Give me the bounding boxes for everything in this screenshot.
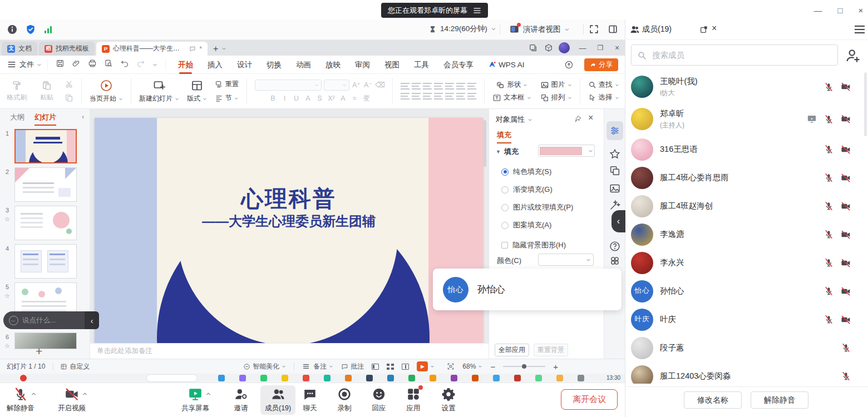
image2-strip-icon[interactable] bbox=[609, 182, 621, 195]
wps-restore-button[interactable]: ❐ bbox=[592, 41, 609, 54]
decrease-font-icon[interactable]: A⁻ bbox=[363, 81, 373, 89]
quick-actions-more[interactable] bbox=[152, 59, 157, 70]
star-strip-icon[interactable] bbox=[609, 148, 621, 160]
play-from-page-button[interactable]: 当页开始 bbox=[90, 79, 123, 103]
paragraph-tool-icon[interactable] bbox=[445, 83, 454, 90]
paragraph-tool-icon[interactable] bbox=[423, 93, 432, 100]
slide-subtitle[interactable]: ——大学生心理委员新生团辅 bbox=[95, 212, 483, 230]
cam-muted-icon[interactable] bbox=[841, 82, 851, 92]
ribbon-tab-WPS AI[interactable]: WPS AI bbox=[488, 56, 525, 74]
toolbar-reaction-button[interactable]: 回应 bbox=[372, 387, 386, 413]
font-size-select[interactable] bbox=[324, 80, 349, 91]
cam-muted-icon[interactable] bbox=[841, 145, 851, 155]
window-close-button[interactable]: × bbox=[852, 3, 868, 17]
ribbon-tab-插入[interactable]: 插入 bbox=[208, 56, 223, 74]
chat-collapse-button[interactable]: ‹ bbox=[85, 311, 99, 329]
unmute-all-button[interactable]: 解除静音 bbox=[751, 391, 808, 409]
member-row[interactable]: 316王思语 bbox=[625, 135, 868, 163]
taskbar-app-icon[interactable] bbox=[408, 375, 415, 381]
paragraph-tool-icon[interactable] bbox=[412, 93, 421, 100]
wand-strip-icon[interactable] bbox=[609, 199, 621, 211]
canvas-scrollbar[interactable] bbox=[483, 120, 486, 167]
slide-thumbnail-3[interactable]: 3☆ bbox=[0, 206, 90, 240]
ribbon-tab-开始[interactable]: 开始 bbox=[178, 56, 193, 74]
tab-list-icon[interactable] bbox=[529, 43, 537, 52]
paragraph-tool-icon[interactable] bbox=[412, 83, 421, 90]
chev-up-icon[interactable] bbox=[82, 391, 88, 397]
mic-muted-icon[interactable] bbox=[841, 371, 851, 381]
fill-option-radio[interactable]: 图案填充(A) bbox=[501, 220, 551, 230]
cam-muted-icon[interactable] bbox=[841, 114, 851, 124]
mic-muted-icon[interactable] bbox=[824, 145, 834, 154]
paragraph-tool-icon[interactable] bbox=[467, 93, 476, 100]
shapes-button[interactable]: 形状 bbox=[496, 80, 527, 90]
clip-button[interactable] bbox=[72, 59, 81, 70]
slide-thumbnail-6[interactable]: 6☆ bbox=[0, 332, 90, 350]
ribbon-tab-放映[interactable]: 放映 bbox=[326, 56, 341, 74]
wps-tab-2[interactable]: 稻找稻壳模板 bbox=[39, 42, 95, 56]
leave-meeting-button[interactable]: 离开会议 bbox=[561, 389, 618, 410]
mic-muted-icon[interactable] bbox=[841, 343, 851, 353]
chevron-down-icon[interactable] bbox=[527, 117, 532, 122]
ribbon-tab-设计[interactable]: 设计 bbox=[237, 56, 252, 74]
tab-slides[interactable]: 幻灯片 bbox=[34, 112, 56, 126]
new-slide-button[interactable]: 新建幻灯片 bbox=[139, 79, 179, 103]
member-row[interactable]: 服工12403心委闵淼 bbox=[625, 362, 868, 384]
taskbar-app-icon[interactable] bbox=[387, 375, 394, 381]
paragraph-tool-icon[interactable] bbox=[401, 93, 410, 100]
fullscreen-button[interactable] bbox=[589, 24, 599, 34]
new-tab-button[interactable]: + bbox=[213, 42, 226, 56]
member-list-scrollbar[interactable] bbox=[864, 72, 867, 136]
comments-button[interactable]: 批注 bbox=[341, 362, 364, 371]
color-dropdown[interactable] bbox=[538, 254, 594, 266]
toolbar-cam-muted-button[interactable]: 开启视频 bbox=[58, 387, 86, 413]
add-person-icon[interactable] bbox=[845, 47, 861, 64]
wps-minimize-button[interactable]: — bbox=[574, 41, 591, 54]
font-style-icon[interactable]: X² bbox=[327, 95, 336, 102]
paragraph-tool-icon[interactable] bbox=[423, 83, 432, 90]
cam-muted-icon[interactable] bbox=[841, 173, 851, 183]
cam-muted-icon[interactable] bbox=[841, 258, 851, 268]
hide-background-checkbox[interactable]: 隐藏背景图形(H) bbox=[501, 240, 566, 250]
copy-icon[interactable] bbox=[65, 93, 73, 102]
paragraph-tool-icon[interactable] bbox=[456, 93, 465, 100]
undo-button[interactable] bbox=[120, 59, 129, 70]
toolbar-record-button[interactable]: 录制 bbox=[337, 387, 352, 413]
zoom-slider[interactable] bbox=[503, 366, 545, 367]
slide-title[interactable]: 心理科普 bbox=[95, 183, 483, 214]
add-slide-button[interactable]: + bbox=[36, 345, 42, 358]
mic-muted-icon[interactable] bbox=[824, 315, 834, 324]
reset-button[interactable]: 重置 bbox=[215, 80, 239, 89]
format-painter-button[interactable]: 格式刷 bbox=[4, 80, 29, 102]
close-panel-icon[interactable]: × bbox=[712, 23, 717, 33]
fill-option-radio[interactable]: 渐变填充(G) bbox=[501, 185, 553, 195]
taskbar-app-icon[interactable] bbox=[239, 375, 246, 381]
cam-muted-icon[interactable] bbox=[841, 230, 851, 240]
quick-chat-input[interactable]: 说点什么... bbox=[3, 311, 85, 329]
select-button[interactable]: 选择 bbox=[588, 93, 619, 102]
shapes2-strip-icon[interactable] bbox=[609, 165, 621, 177]
taskbar-app-icon[interactable] bbox=[366, 375, 373, 381]
meeting-timer[interactable]: 14:29(60分钟) bbox=[428, 24, 496, 34]
notes-bar[interactable]: 单击此处添加备注 bbox=[90, 343, 489, 359]
slideshow-button[interactable]: ▶ bbox=[417, 361, 435, 371]
mic-muted-icon[interactable] bbox=[824, 230, 834, 239]
tab-outline[interactable]: 大纲 bbox=[10, 112, 24, 126]
taskbar-app-icon[interactable] bbox=[578, 375, 584, 381]
taskbar-app-icon[interactable] bbox=[324, 375, 331, 381]
window-maximize-button[interactable]: □ bbox=[832, 3, 849, 17]
chev-up-icon[interactable] bbox=[31, 391, 37, 397]
custom-playback-button[interactable]: 自定义 bbox=[60, 362, 90, 371]
font-style-icon[interactable]: A bbox=[338, 95, 348, 102]
thumbnail-preview[interactable] bbox=[14, 206, 77, 240]
print-button[interactable] bbox=[88, 59, 97, 70]
toolbar-share-screen-button[interactable]: 共享屏幕 bbox=[181, 387, 209, 413]
ribbon-tab-工具[interactable]: 工具 bbox=[414, 56, 429, 74]
layout-button[interactable]: 版式 bbox=[185, 79, 209, 103]
member-row[interactable]: 李永兴 bbox=[625, 249, 868, 277]
bubble-icon[interactable] bbox=[189, 46, 196, 52]
taskbar-search[interactable] bbox=[146, 374, 198, 382]
taskbar-app-icon[interactable] bbox=[282, 375, 288, 381]
toolbar-apps-button[interactable]: 应用 bbox=[406, 387, 421, 413]
picture-button[interactable]: 图片 bbox=[540, 80, 572, 90]
